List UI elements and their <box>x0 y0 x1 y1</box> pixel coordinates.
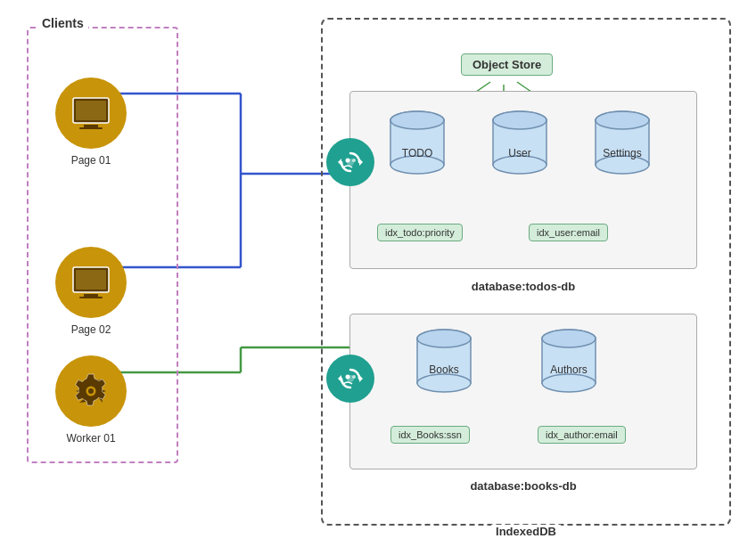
settings-cylinder-svg <box>591 110 653 181</box>
page01-icon: Page 01 <box>55 78 127 167</box>
svg-point-41 <box>493 111 546 129</box>
diagram-container: Clients Page 01 <box>0 0 756 555</box>
worker01-circle <box>55 355 127 427</box>
todo-label: TODO <box>402 147 432 159</box>
todos-db-box: TODO User Settin <box>349 91 697 269</box>
authors-label: Authors <box>550 363 587 376</box>
svg-point-32 <box>346 159 350 163</box>
object-store-label: Object Store <box>472 58 541 71</box>
svg-marker-47 <box>338 375 341 382</box>
worker01-icon: Worker 01 <box>55 355 127 445</box>
books-label: Books <box>429 363 458 376</box>
page01-label: Page 01 <box>71 154 111 167</box>
svg-rect-22 <box>84 294 98 297</box>
clients-box: Clients Page 01 <box>27 27 178 463</box>
page02-label: Page 02 <box>71 323 111 336</box>
books-db-label: database:books-db <box>349 479 697 493</box>
svg-marker-46 <box>359 375 363 382</box>
svg-rect-21 <box>76 270 106 290</box>
user-cylinder: User <box>489 110 551 181</box>
indexeddb-box: IndexedDB Object Store <box>321 18 731 526</box>
page02-icon: Page 02 <box>55 247 127 336</box>
svg-marker-29 <box>359 159 363 166</box>
svg-rect-23 <box>79 297 103 298</box>
svg-point-33 <box>352 159 356 162</box>
page01-circle <box>55 78 127 149</box>
worker01-label: Worker 01 <box>66 432 115 445</box>
svg-point-49 <box>346 375 350 380</box>
svg-marker-30 <box>338 159 341 166</box>
books-cylinder: Books <box>413 328 475 399</box>
svg-point-53 <box>417 374 471 392</box>
todos-db-label: database:todos-db <box>349 280 697 293</box>
idx-author-email: idx_author:email <box>538 426 626 444</box>
svg-point-50 <box>352 375 356 379</box>
todo-cylinder-svg <box>386 110 448 181</box>
svg-point-37 <box>390 111 444 129</box>
todo-cylinder: TODO <box>386 110 448 181</box>
user-cylinder-svg <box>489 110 551 181</box>
svg-point-57 <box>542 374 596 392</box>
svg-point-45 <box>596 111 649 129</box>
sync-icon-2 <box>326 355 374 403</box>
svg-rect-18 <box>84 125 98 127</box>
svg-point-28 <box>88 388 94 394</box>
books-db-box: Books Authors idx_Books:ssn idx_author:e… <box>349 314 697 469</box>
idx-books-ssn: idx_Books:ssn <box>390 426 470 444</box>
monitor-icon <box>70 95 111 131</box>
svg-rect-17 <box>76 101 106 120</box>
sync-svg-2 <box>336 364 365 393</box>
object-store-box: Object Store <box>461 53 553 76</box>
idx-user-email: idx_user:email <box>529 224 608 241</box>
svg-point-54 <box>417 330 471 347</box>
svg-point-58 <box>542 330 596 347</box>
indexeddb-label: IndexedDB <box>491 525 561 538</box>
monitor2-icon <box>70 265 111 300</box>
sync-svg-1 <box>336 148 365 176</box>
clients-label: Clients <box>37 16 88 30</box>
settings-label: Settings <box>603 147 641 159</box>
svg-rect-19 <box>79 127 103 129</box>
settings-cylinder: Settings <box>591 110 653 181</box>
user-label: User <box>508 147 530 159</box>
page02-circle <box>55 247 127 318</box>
idx-todo-priority: idx_todo:priority <box>377 224 463 241</box>
gear-icon <box>70 371 111 412</box>
authors-cylinder: Authors <box>538 328 600 399</box>
sync-icon-1 <box>326 138 374 186</box>
